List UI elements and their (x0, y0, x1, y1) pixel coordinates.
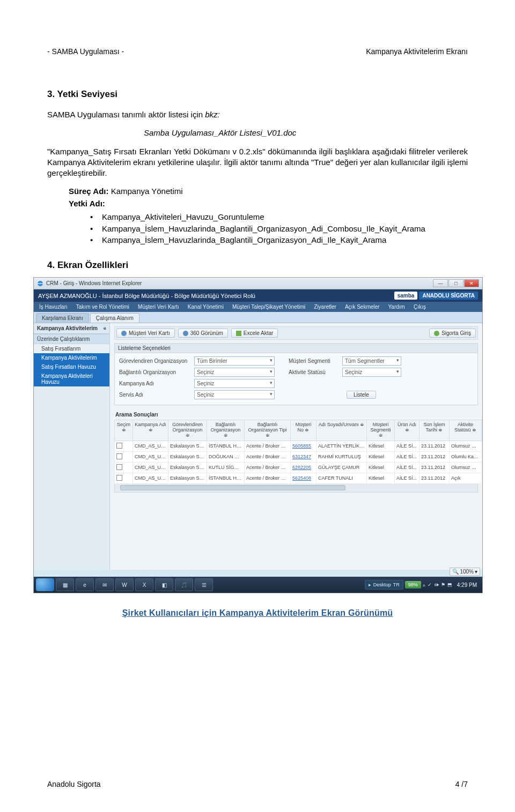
sidebar-collapse-icon[interactable]: « (103, 325, 106, 331)
menu-ziyaretler[interactable]: Ziyaretler (313, 302, 337, 312)
zoom-indicator[interactable]: 🔍 100% ▾ (450, 568, 480, 576)
toolbar: Müşteri Veri Kartı 360 Görünüm Excele Ak… (114, 326, 478, 340)
menu-takim-rol[interactable]: Takım ve Rol Yönetimi (75, 302, 130, 312)
window-title: CRM - Giriş - Windows Internet Explorer (46, 280, 142, 286)
close-button[interactable]: ✕ (464, 279, 479, 287)
menu-yardim[interactable]: Yardım (387, 302, 406, 312)
table-row[interactable]: CMD_AS_UAT...Eskalasyon Sür...DOĞUKAN Sİ… (115, 451, 483, 462)
sidebar-group-uzerinde[interactable]: Üzerinde Çalıştıklarım (34, 334, 109, 344)
musteri-no-link[interactable]: 6312347 (292, 454, 311, 459)
sel-gorevlendiren[interactable]: Tüm Birimler (194, 356, 275, 366)
musteri-no-link[interactable]: 5625408 (292, 475, 311, 481)
col-musteri-no[interactable]: Müşteri No ≑ (291, 420, 317, 441)
col-baglantili-tipi[interactable]: Bağlantılı Organizasyon Tipi ≑ (245, 420, 291, 441)
yetki-label: Yetki Adı: (69, 198, 468, 209)
footer-left: Anadolu Sigorta (47, 780, 101, 788)
taskbar-app-3[interactable]: ✉ (95, 578, 114, 591)
start-orb-icon[interactable] (36, 578, 54, 591)
tray-icon[interactable]: ✓ (428, 582, 432, 587)
btn-musteri-veri-karti[interactable]: Müşteri Veri Kartı (116, 329, 175, 338)
tray-icon[interactable]: ⚑ (441, 582, 445, 587)
taskbar-app-2[interactable]: e (76, 578, 94, 591)
sub-tabs: Karşılama Ekranı Çalışma Alanım (34, 312, 482, 323)
col-baglantili[interactable]: Bağlantılı Organizasyon ≑ (207, 420, 245, 441)
btn-360-gorunum[interactable]: 360 Görünüm (178, 329, 228, 338)
tab-karsilama[interactable]: Karşılama Ekranı (36, 313, 89, 323)
lab-aktivite-statusu: Aktivite Statüsü (289, 369, 338, 375)
row-checkbox[interactable] (116, 475, 122, 481)
taskbar-app-6[interactable]: ◧ (155, 578, 173, 591)
menu-cikis[interactable]: Çıkış (413, 302, 427, 312)
scrollbar-thumb[interactable] (120, 485, 345, 490)
row-checkbox[interactable] (116, 453, 122, 459)
sel-kampanya-adi[interactable]: Seçiniz (194, 379, 275, 388)
col-son-islem[interactable]: Son İşlem Tarihi ≑ (420, 420, 450, 441)
table-row[interactable]: CMD_AS_UAT...Eskalasyon Sür...İSTANBUL H… (115, 441, 483, 451)
row-checkbox[interactable] (116, 464, 122, 470)
row-checkbox[interactable] (116, 443, 122, 449)
col-islem-sorumlusu[interactable]: İşlem Sorumlusu ≑ (482, 420, 483, 441)
table-row[interactable]: CMD_AS_UAT...Eskalasyon Sür...İSTANBUL H… (115, 473, 483, 483)
main-area: Müşteri Veri Kartı 360 Görünüm Excele Ak… (110, 323, 482, 570)
menu-talep-sikayet[interactable]: Müşteri Talep/Şikayet Yönetimi (231, 302, 306, 312)
window-titlebar: CRM - Giriş - Windows Internet Explorer … (34, 278, 482, 289)
sec3-doc-ref: Samba Uygulaması_Aktör Listesi_V01.doc (144, 128, 468, 138)
taskbar-app-7[interactable]: 🎵 (175, 578, 193, 591)
sel-servis-adi[interactable]: Seçiniz (194, 390, 275, 399)
sel-musteri-segmenti[interactable]: Tüm Segmentler (342, 356, 401, 366)
windows-taskbar: ▦ e ✉ W X ◧ 🎵 ☰ ▸DesktopTR 98% ▵ ✓ 🕪 ⚑ ⬒… (34, 577, 482, 593)
col-secim[interactable]: Seçim ≑ (115, 420, 133, 441)
sidebar-item-satis-firsatlarim[interactable]: Satış Fırsatlarım (34, 344, 109, 353)
tray-icon[interactable]: ▵ (423, 582, 425, 587)
results-grid: Seçim ≑ Kampanya Adı ≑ Görevlendiren Org… (114, 420, 482, 484)
menu-musteri-veri[interactable]: Müşteri Veri Kartı (137, 302, 180, 312)
footer-right: 4 /7 (455, 780, 468, 788)
tray-icon[interactable]: 🕪 (434, 582, 439, 587)
lab-musteri-segmenti: Müşteri Segmenti (289, 358, 338, 364)
grid-horizontal-scrollbar[interactable] (114, 484, 478, 493)
menu-acik-sekmeler[interactable]: Açık Sekmeler (344, 302, 380, 312)
sidebar-item-satis-firsatlari-havuzu[interactable]: Satış Fırsatları Havuzu (34, 362, 109, 371)
sidebar-item-kampanya-aktivitelerim[interactable]: Kampanya Aktivitelerim (34, 353, 109, 362)
sel-aktivite-statusu[interactable]: Seçiniz (342, 368, 401, 377)
taskbar-app-1[interactable]: ▦ (56, 578, 74, 591)
minimize-button[interactable]: — (433, 279, 448, 287)
filter-panel-head: Listeleme Seçenekleri (115, 344, 477, 353)
taskbar-clock[interactable]: 4:29 PM (454, 582, 480, 588)
musteri-no-link[interactable]: 6282205 (292, 465, 311, 470)
col-urun-adi[interactable]: Ürün Adı ≑ (395, 420, 420, 441)
taskbar-app-8[interactable]: ☰ (195, 578, 213, 591)
menu-is-havuzlari[interactable]: İş Havuzları (38, 302, 69, 312)
btn-excele-aktar[interactable]: Excele Aktar (231, 329, 278, 338)
tray-icon[interactable]: ⬒ (447, 582, 452, 587)
col-adi-soyadi[interactable]: Adı Soyadı/Unvanı ≑ (317, 420, 367, 441)
btn-sigorta-giris[interactable]: Sigorta Giriş (429, 329, 476, 338)
sel-baglantili[interactable]: Seçiniz (194, 368, 275, 377)
screenshot-caption: Şirket Kullanıcıları için Kampanya Aktiv… (0, 608, 515, 618)
menu-kanal[interactable]: Kanal Yönetimi (187, 302, 225, 312)
tab-calisma-alanim[interactable]: Çalışma Alanım (90, 313, 139, 323)
table-row[interactable]: CMD_AS_UAT...Eskalasyon Sür...KUTLU SİGO… (115, 462, 483, 473)
musteri-no-link[interactable]: 5605855 (292, 443, 311, 449)
app-header-bar: AYŞEM AZMANOĞLU - İstanbul Bölge Müdürlü… (34, 289, 482, 302)
btn-listele[interactable]: Listele (347, 391, 376, 399)
yetki-bullet-3: Kampanya_İslem_Havuzlarinda_Baglantili_O… (90, 234, 468, 246)
col-aktivite-statusu[interactable]: Aktivite Statüsü ≑ (450, 420, 482, 441)
excel-icon (236, 331, 241, 336)
show-desktop[interactable]: ▸DesktopTR (365, 580, 403, 590)
sidebar-item-kampanya-aktiviteleri-havuzu[interactable]: Kampanya Aktiviteleri Havuzu (34, 371, 109, 386)
surec-label: Süreç Adı: (69, 187, 111, 196)
lab-gorevlendiren: Görevlendiren Organizasyon (119, 358, 190, 364)
section-3-heading: 3. Yetki Seviyesi (47, 89, 468, 100)
system-tray[interactable]: ▵ ✓ 🕪 ⚑ ⬒ (423, 582, 452, 587)
sec3-ref: bkz: (205, 110, 220, 119)
maximize-button[interactable]: □ (448, 279, 464, 287)
taskbar-app-4[interactable]: W (115, 578, 134, 591)
battery-percent: 98% (405, 581, 421, 588)
col-gorevlendiren[interactable]: Görevlendiren Organizasyon ≑ (168, 420, 207, 441)
col-kampanya-adi[interactable]: Kampanya Adı ≑ (133, 420, 168, 441)
col-musteri-segmenti[interactable]: Müşteri Segmenti ≑ (367, 420, 395, 441)
page-header-left: - SAMBA Uygulaması - (47, 47, 124, 56)
taskbar-app-5[interactable]: X (135, 578, 153, 591)
lab-kampanya-adi: Kampanya Adı (119, 381, 190, 386)
